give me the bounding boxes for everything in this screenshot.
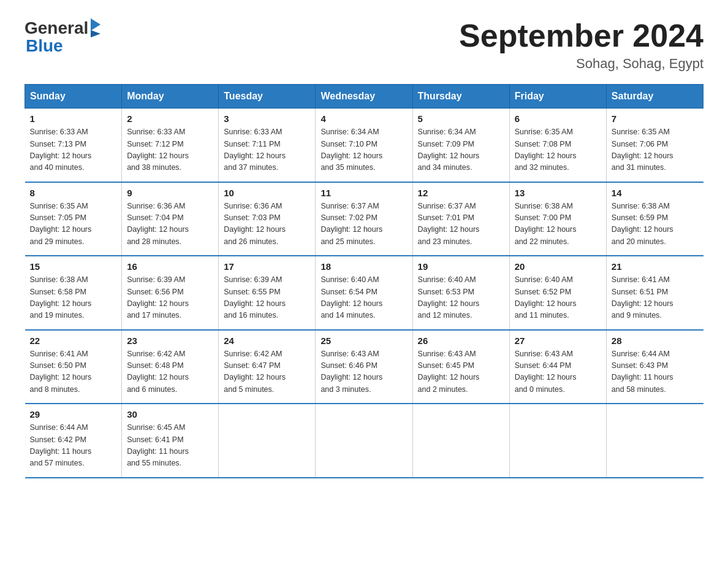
- day-number: 27: [515, 335, 601, 346]
- calendar-cell: 9 Sunrise: 6:36 AMSunset: 7:04 PMDayligh…: [122, 182, 219, 256]
- calendar-cell: 27 Sunrise: 6:43 AMSunset: 6:44 PMDaylig…: [509, 330, 606, 404]
- day-info: Sunrise: 6:38 AMSunset: 6:59 PMDaylight:…: [612, 201, 699, 248]
- day-number: 26: [418, 335, 504, 346]
- calendar-cell: 23 Sunrise: 6:42 AMSunset: 6:48 PMDaylig…: [122, 330, 219, 404]
- day-number: 7: [612, 113, 699, 124]
- calendar-cell: 28 Sunrise: 6:44 AMSunset: 6:43 PMDaylig…: [606, 330, 703, 404]
- day-number: 1: [30, 113, 117, 124]
- day-number: 18: [320, 261, 407, 272]
- calendar-body: 1 Sunrise: 6:33 AMSunset: 7:13 PMDayligh…: [25, 109, 703, 478]
- day-number: 23: [127, 335, 213, 346]
- header-saturday: Saturday: [606, 85, 703, 109]
- day-info: Sunrise: 6:44 AMSunset: 6:43 PMDaylight:…: [612, 348, 699, 396]
- calendar-cell: 8 Sunrise: 6:35 AMSunset: 7:05 PMDayligh…: [25, 182, 122, 256]
- month-title: September 2024: [459, 18, 703, 53]
- day-number: 10: [224, 188, 310, 198]
- calendar-cell: [316, 404, 412, 478]
- calendar-cell: 29 Sunrise: 6:44 AMSunset: 6:42 PMDaylig…: [25, 404, 122, 478]
- day-info: Sunrise: 6:34 AMSunset: 7:10 PMDaylight:…: [320, 126, 407, 174]
- day-number: 24: [224, 335, 310, 346]
- day-number: 30: [127, 409, 213, 419]
- day-number: 11: [320, 188, 407, 198]
- day-info: Sunrise: 6:45 AMSunset: 6:41 PMDaylight:…: [127, 422, 213, 470]
- day-info: Sunrise: 6:35 AMSunset: 7:05 PMDaylight:…: [30, 201, 117, 248]
- title-block: September 2024 Sohag, Sohag, Egypt: [459, 18, 703, 72]
- day-info: Sunrise: 6:38 AMSunset: 6:58 PMDaylight:…: [30, 274, 117, 322]
- day-number: 16: [127, 261, 213, 272]
- day-number: 2: [127, 113, 213, 124]
- day-info: Sunrise: 6:39 AMSunset: 6:55 PMDaylight:…: [224, 274, 310, 322]
- day-number: 21: [612, 261, 699, 272]
- calendar-cell: 6 Sunrise: 6:35 AMSunset: 7:08 PMDayligh…: [509, 109, 606, 182]
- day-number: 12: [418, 188, 504, 198]
- day-number: 4: [320, 113, 407, 124]
- calendar-cell: 18 Sunrise: 6:40 AMSunset: 6:54 PMDaylig…: [316, 256, 412, 330]
- calendar-cell: [606, 404, 703, 478]
- calendar-cell: 30 Sunrise: 6:45 AMSunset: 6:41 PMDaylig…: [122, 404, 219, 478]
- calendar-cell: 17 Sunrise: 6:39 AMSunset: 6:55 PMDaylig…: [219, 256, 316, 330]
- day-info: Sunrise: 6:35 AMSunset: 7:08 PMDaylight:…: [515, 126, 601, 174]
- day-number: 14: [612, 188, 699, 198]
- calendar-cell: 22 Sunrise: 6:41 AMSunset: 6:50 PMDaylig…: [25, 330, 122, 404]
- page-header: General Blue September 2024 Sohag, Sohag…: [25, 18, 703, 72]
- logo: General Blue: [25, 18, 100, 55]
- calendar-week-5: 29 Sunrise: 6:44 AMSunset: 6:42 PMDaylig…: [25, 404, 703, 478]
- day-number: 17: [224, 261, 310, 272]
- day-number: 25: [320, 335, 407, 346]
- calendar-cell: [412, 404, 509, 478]
- day-info: Sunrise: 6:44 AMSunset: 6:42 PMDaylight:…: [30, 422, 117, 470]
- calendar-cell: 14 Sunrise: 6:38 AMSunset: 6:59 PMDaylig…: [606, 182, 703, 256]
- header-wednesday: Wednesday: [316, 85, 412, 109]
- calendar-cell: 25 Sunrise: 6:43 AMSunset: 6:46 PMDaylig…: [316, 330, 412, 404]
- calendar-cell: 1 Sunrise: 6:33 AMSunset: 7:13 PMDayligh…: [25, 109, 122, 182]
- calendar-cell: 15 Sunrise: 6:38 AMSunset: 6:58 PMDaylig…: [25, 256, 122, 330]
- day-info: Sunrise: 6:33 AMSunset: 7:11 PMDaylight:…: [224, 126, 310, 174]
- day-info: Sunrise: 6:36 AMSunset: 7:04 PMDaylight:…: [127, 201, 213, 248]
- day-info: Sunrise: 6:33 AMSunset: 7:13 PMDaylight:…: [30, 126, 117, 174]
- day-info: Sunrise: 6:40 AMSunset: 6:53 PMDaylight:…: [418, 274, 504, 322]
- header-thursday: Thursday: [412, 85, 509, 109]
- calendar-week-1: 1 Sunrise: 6:33 AMSunset: 7:13 PMDayligh…: [25, 109, 703, 182]
- logo-icon: [89, 18, 100, 37]
- calendar-cell: 11 Sunrise: 6:37 AMSunset: 7:02 PMDaylig…: [316, 182, 412, 256]
- logo-general-text: General: [25, 20, 88, 37]
- day-info: Sunrise: 6:42 AMSunset: 6:48 PMDaylight:…: [127, 348, 213, 396]
- calendar-cell: 21 Sunrise: 6:41 AMSunset: 6:51 PMDaylig…: [606, 256, 703, 330]
- calendar-table: Sunday Monday Tuesday Wednesday Thursday…: [25, 84, 703, 478]
- day-info: Sunrise: 6:42 AMSunset: 6:47 PMDaylight:…: [224, 348, 310, 396]
- day-info: Sunrise: 6:35 AMSunset: 7:06 PMDaylight:…: [612, 126, 699, 174]
- day-number: 22: [30, 335, 117, 346]
- day-number: 28: [612, 335, 699, 346]
- day-number: 15: [30, 261, 117, 272]
- calendar-cell: 26 Sunrise: 6:43 AMSunset: 6:45 PMDaylig…: [412, 330, 509, 404]
- calendar-cell: 19 Sunrise: 6:40 AMSunset: 6:53 PMDaylig…: [412, 256, 509, 330]
- header-friday: Friday: [509, 85, 606, 109]
- calendar-cell: 7 Sunrise: 6:35 AMSunset: 7:06 PMDayligh…: [606, 109, 703, 182]
- day-number: 6: [515, 113, 601, 124]
- day-number: 8: [30, 188, 117, 198]
- calendar-cell: [509, 404, 606, 478]
- calendar-header: Sunday Monday Tuesday Wednesday Thursday…: [25, 85, 703, 109]
- calendar-cell: 24 Sunrise: 6:42 AMSunset: 6:47 PMDaylig…: [219, 330, 316, 404]
- day-info: Sunrise: 6:39 AMSunset: 6:56 PMDaylight:…: [127, 274, 213, 322]
- location-text: Sohag, Sohag, Egypt: [459, 56, 703, 72]
- day-info: Sunrise: 6:43 AMSunset: 6:44 PMDaylight:…: [515, 348, 601, 396]
- day-info: Sunrise: 6:37 AMSunset: 7:01 PMDaylight:…: [418, 201, 504, 248]
- calendar-cell: 20 Sunrise: 6:40 AMSunset: 6:52 PMDaylig…: [509, 256, 606, 330]
- day-number: 3: [224, 113, 310, 124]
- day-info: Sunrise: 6:41 AMSunset: 6:51 PMDaylight:…: [612, 274, 699, 322]
- header-sunday: Sunday: [25, 85, 122, 109]
- calendar-cell: [219, 404, 316, 478]
- calendar-cell: 13 Sunrise: 6:38 AMSunset: 7:00 PMDaylig…: [509, 182, 606, 256]
- header-row: Sunday Monday Tuesday Wednesday Thursday…: [25, 85, 703, 109]
- day-info: Sunrise: 6:36 AMSunset: 7:03 PMDaylight:…: [224, 201, 310, 248]
- day-number: 5: [418, 113, 504, 124]
- day-number: 29: [30, 409, 117, 419]
- calendar-cell: 3 Sunrise: 6:33 AMSunset: 7:11 PMDayligh…: [219, 109, 316, 182]
- day-info: Sunrise: 6:40 AMSunset: 6:54 PMDaylight:…: [320, 274, 407, 322]
- calendar-cell: 10 Sunrise: 6:36 AMSunset: 7:03 PMDaylig…: [219, 182, 316, 256]
- day-number: 13: [515, 188, 601, 198]
- day-info: Sunrise: 6:43 AMSunset: 6:45 PMDaylight:…: [418, 348, 504, 396]
- day-info: Sunrise: 6:34 AMSunset: 7:09 PMDaylight:…: [418, 126, 504, 174]
- calendar-cell: 16 Sunrise: 6:39 AMSunset: 6:56 PMDaylig…: [122, 256, 219, 330]
